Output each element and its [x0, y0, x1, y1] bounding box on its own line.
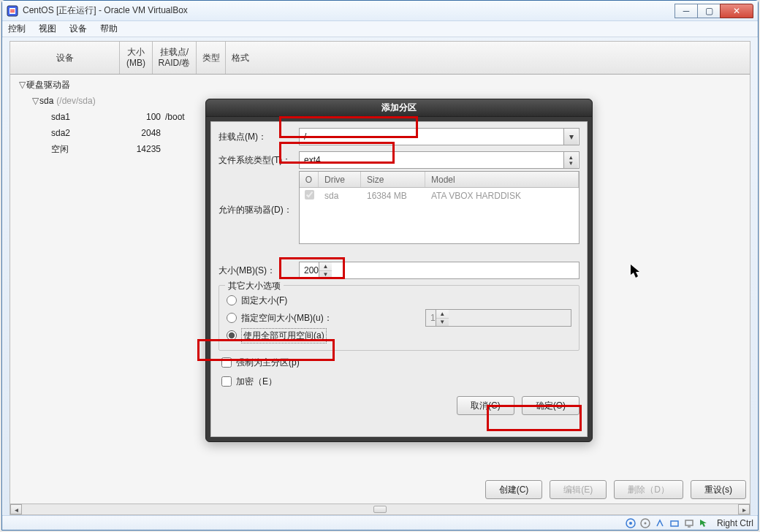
- svg-rect-1: [10, 8, 15, 14]
- menubar: 控制 视图 设备 帮助: [2, 21, 758, 37]
- menu-devices[interactable]: 设备: [69, 23, 87, 35]
- app-icon: [7, 5, 18, 17]
- spin-down-icon[interactable]: ▼: [319, 271, 332, 279]
- display-icon[interactable]: [683, 517, 695, 529]
- menu-help[interactable]: 帮助: [100, 23, 118, 35]
- scroll-right-icon[interactable]: ▸: [738, 504, 750, 514]
- svg-point-7: [644, 522, 646, 524]
- mountpoint-label: 挂载点(M)：: [218, 131, 299, 143]
- updown-icon[interactable]: ▴▾: [563, 152, 578, 168]
- opt-fillto-radio[interactable]: [227, 313, 237, 323]
- drive-model: ATA VBOX HARDDISK: [425, 191, 579, 201]
- col-format[interactable]: 格式: [226, 42, 255, 74]
- close-button[interactable]: ✕: [720, 4, 753, 18]
- col-mountpoint[interactable]: 挂载点/ RAID/卷: [153, 42, 197, 74]
- edit-button: 编辑(E): [550, 480, 607, 499]
- size-label: 大小(MB)(S)：: [218, 265, 299, 277]
- cursor-icon: [631, 265, 641, 279]
- part-name: sda2: [51, 128, 70, 138]
- hostkey-label: Right Ctrl: [717, 518, 753, 528]
- fillto-value: 1: [430, 313, 436, 323]
- fstype-value: ext4: [304, 155, 321, 165]
- opt-fixed-radio[interactable]: [227, 295, 237, 305]
- tree-row[interactable]: sda1 100 /boot: [10, 109, 200, 125]
- opt-fillall-row[interactable]: 使用全部可用空间(a): [227, 327, 571, 344]
- fillto-spinbox: 1 ▲▼: [425, 309, 571, 327]
- shared-folder-icon[interactable]: [669, 517, 680, 529]
- twisty-icon[interactable]: ▽: [18, 80, 26, 90]
- drive-name: sda: [319, 191, 361, 201]
- size-value: 200: [304, 265, 319, 276]
- force-primary-row[interactable]: 强制为主分区(p): [221, 354, 577, 371]
- svg-point-5: [629, 522, 632, 525]
- col-device[interactable]: 设备: [10, 42, 120, 74]
- maximize-button[interactable]: ▢: [697, 4, 721, 18]
- spin-down-icon: ▼: [436, 319, 449, 327]
- part-name: sda1: [51, 112, 70, 122]
- scroll-left-icon[interactable]: ◂: [10, 504, 22, 514]
- mountpoint-combo[interactable]: / ▾: [299, 128, 580, 145]
- fstype-combo[interactable]: ext4 ▴▾: [299, 151, 580, 169]
- force-primary-checkbox[interactable]: [221, 357, 232, 368]
- optical-icon[interactable]: [639, 517, 651, 529]
- col-size[interactable]: 大小 (MB): [120, 42, 153, 74]
- spin-up-icon[interactable]: ▲: [319, 262, 332, 271]
- col-model[interactable]: Model: [425, 172, 579, 187]
- partition-tree[interactable]: ▽ 硬盘驱动器 ▽ sda (/dev/sda) sda1 100 /boot …: [10, 77, 200, 157]
- twisty-icon[interactable]: ▽: [31, 96, 39, 106]
- minimize-button[interactable]: ─: [674, 4, 698, 18]
- cancel-button[interactable]: 取消(C): [457, 396, 514, 415]
- reset-button[interactable]: 重设(s): [691, 480, 746, 499]
- virtualbox-window: CentOS [正在运行] - Oracle VM VirtualBox ─ ▢…: [1, 0, 759, 531]
- opt-fixed-label: 固定大小(F): [241, 294, 287, 307]
- tree-row[interactable]: sda2 2048: [10, 125, 200, 141]
- drive-size: 16384 MB: [361, 191, 425, 201]
- svg-rect-3: [10, 11, 15, 12]
- scroll-thumb[interactable]: [373, 506, 387, 513]
- opt-fillto-label: 指定空间大小(MB)(u)：: [241, 312, 332, 324]
- part-size: 100: [125, 112, 165, 122]
- horizontal-scrollbar[interactable]: ◂ ▸: [10, 503, 750, 515]
- drive-row[interactable]: sda 16384 MB ATA VBOX HARDDISK: [300, 188, 579, 204]
- opt-fixed-row[interactable]: 固定大小(F): [227, 292, 571, 309]
- force-primary-label: 强制为主分区(p): [236, 357, 300, 369]
- scroll-track[interactable]: [22, 504, 738, 514]
- col-check[interactable]: O: [300, 172, 319, 187]
- col-drive[interactable]: Drive: [319, 172, 361, 187]
- partition-columns-header: 设备 大小 (MB) 挂载点/ RAID/卷 类型 格式: [10, 42, 750, 75]
- encrypt-row[interactable]: 加密（E）: [221, 373, 577, 390]
- chevron-down-icon[interactable]: ▾: [563, 129, 578, 145]
- tree-row[interactable]: 空闲 14235: [10, 141, 200, 157]
- menu-view[interactable]: 视图: [39, 23, 56, 35]
- opt-fillto-row[interactable]: 指定空间大小(MB)(u)： 1 ▲▼: [227, 309, 571, 327]
- tree-sda-row[interactable]: ▽ sda (/dev/sda): [10, 93, 200, 109]
- dialog-title[interactable]: 添加分区: [206, 99, 592, 117]
- titlebar[interactable]: CentOS [正在运行] - Oracle VM VirtualBox ─ ▢…: [2, 1, 758, 21]
- mouse-capture-icon[interactable]: [698, 517, 710, 529]
- window-title: CentOS [正在运行] - Oracle VM VirtualBox: [23, 4, 188, 17]
- tree-root-row[interactable]: ▽ 硬盘驱动器: [10, 77, 200, 93]
- col-drive-size[interactable]: Size: [361, 172, 425, 187]
- part-size: 14235: [125, 144, 165, 154]
- hdd-icon[interactable]: [625, 517, 636, 529]
- ok-button[interactable]: 确定(O): [522, 396, 580, 415]
- add-partition-dialog: 添加分区 挂载点(M)： / ▾ 文件系统类型(T)： ext4 ▴▾: [205, 99, 593, 442]
- fstype-label: 文件系统类型(T)：: [218, 154, 299, 167]
- menu-control[interactable]: 控制: [8, 23, 26, 35]
- part-name: 空闲: [51, 143, 69, 156]
- col-type[interactable]: 类型: [197, 42, 226, 74]
- opt-fillall-label: 使用全部可用空间(a): [241, 328, 327, 343]
- tree-sda-label: sda: [39, 96, 53, 106]
- tree-root-label: 硬盘驱动器: [26, 79, 70, 91]
- size-options-group: 其它大小选项 固定大小(F) 指定空间大小(MB)(u)： 1 ▲▼: [218, 285, 580, 351]
- delete-button: 删除（D）: [614, 480, 683, 499]
- encrypt-checkbox[interactable]: [221, 376, 232, 387]
- usb-icon[interactable]: [654, 517, 666, 529]
- installer-buttons: 创建(C) 编辑(E) 删除（D） 重设(s): [485, 480, 746, 499]
- size-spinbox[interactable]: 200 ▲▼: [299, 262, 580, 279]
- mountpoint-value: /: [304, 132, 306, 142]
- drive-checkbox: [305, 190, 314, 200]
- create-button[interactable]: 创建(C): [485, 480, 543, 499]
- allowed-drives-table[interactable]: O Drive Size Model sda 16384 MB ATA VBOX…: [299, 171, 580, 244]
- opt-fillall-radio[interactable]: [227, 330, 237, 341]
